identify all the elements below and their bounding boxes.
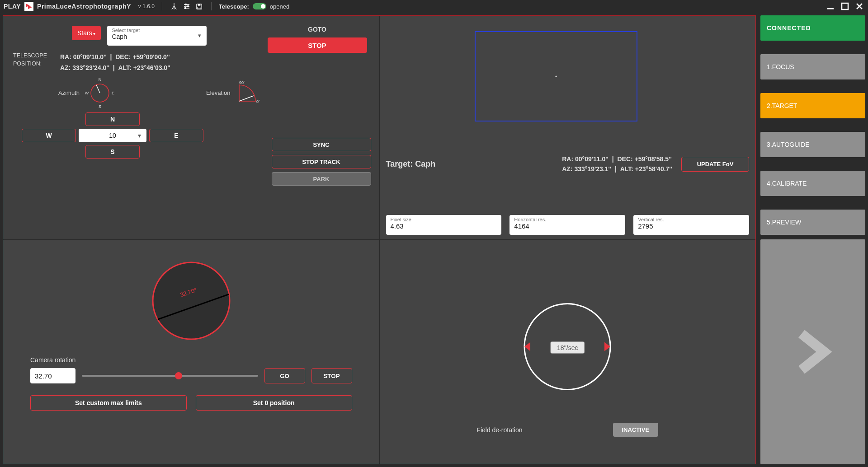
svg-rect-15 xyxy=(198,7,201,9)
select-target-value: Caph xyxy=(112,33,202,40)
derotation-label: Field de-rotation xyxy=(476,426,522,434)
elevation-gauge: Elevation 90° 0° xyxy=(206,79,263,107)
derotation-rate: 18''/sec xyxy=(551,341,585,353)
dir-south-button[interactable]: S xyxy=(85,145,140,159)
sidebar: CONNECTED 1.FOCUS 2.TARGET 3.AUTOGUIDE 4… xyxy=(759,15,865,464)
svg-line-4 xyxy=(172,6,174,9)
app-logo-icon xyxy=(24,2,33,11)
stop-track-button[interactable]: STOP TRACK xyxy=(272,155,371,168)
close-button[interactable] xyxy=(854,1,864,11)
telescope-label: Telescope: xyxy=(219,3,249,10)
rotation-stop-button[interactable]: STOP xyxy=(311,368,352,383)
derotation-toggle-button[interactable]: INACTIVE xyxy=(613,423,659,437)
rotation-slider-thumb[interactable] xyxy=(175,372,182,379)
set-zero-button[interactable]: Set 0 position xyxy=(196,395,352,411)
rotation-input[interactable] xyxy=(30,368,75,383)
svg-line-21 xyxy=(96,85,100,93)
sidebar-item-focus[interactable]: 1.FOCUS xyxy=(760,54,865,79)
svg-point-11 xyxy=(187,6,189,7)
compass-s-label: S xyxy=(99,104,101,109)
tripod-icon[interactable] xyxy=(170,2,179,11)
sidebar-item-preview[interactable]: 5.PREVIEW xyxy=(760,210,865,235)
camera-rotation-label: Camera rotation xyxy=(30,356,352,364)
app-name: PrimaLuceAstrophotographY xyxy=(37,3,131,10)
svg-line-5 xyxy=(174,6,176,9)
sidebar-next-button[interactable] xyxy=(760,239,865,464)
rotation-slider[interactable] xyxy=(82,371,258,380)
sidebar-item-calibrate[interactable]: 4.CALIBRATE xyxy=(760,171,865,196)
separator xyxy=(211,2,212,10)
update-fov-button[interactable]: UPDATE FoV xyxy=(681,157,749,172)
telescope-status: opened xyxy=(270,3,289,10)
target-panel: Target: Caph RA: 00°09'11.0'' | DEC: +59… xyxy=(380,16,756,240)
fov-center-dot xyxy=(555,76,557,77)
camera-rotation-panel: 32.70° Camera rotation GO STOP Set custo… xyxy=(3,240,380,464)
svg-rect-17 xyxy=(842,3,848,9)
select-target-label: Select target xyxy=(112,28,202,33)
sidebar-item-target[interactable]: 2.TARGET xyxy=(760,93,865,118)
svg-point-10 xyxy=(185,4,186,5)
svg-rect-16 xyxy=(827,8,834,9)
sync-button[interactable]: SYNC xyxy=(272,138,371,151)
connected-status[interactable]: CONNECTED xyxy=(760,15,865,41)
park-button[interactable]: PARK xyxy=(272,172,371,186)
rotation-dial: 32.70° xyxy=(148,258,234,344)
save-icon[interactable] xyxy=(195,2,204,11)
app-play: PLAY xyxy=(4,3,21,10)
compass-w-label: W xyxy=(85,91,89,95)
dir-north-button[interactable]: N xyxy=(85,112,140,126)
goto-column: GOTO STOP xyxy=(265,26,369,53)
elev-90-label: 90° xyxy=(239,80,245,85)
target-name: Target: Caph xyxy=(386,159,436,169)
telescope-toggle[interactable] xyxy=(253,3,266,9)
compass-e-label: E xyxy=(112,91,114,95)
main-panel: Stars Select target Caph TELESCOPEPOSITI… xyxy=(3,15,756,464)
telescope-position-panel: Stars Select target Caph TELESCOPEPOSITI… xyxy=(3,16,380,240)
derotation-panel: 18''/sec Field de-rotation INACTIVE xyxy=(380,240,756,464)
chevron-right-icon xyxy=(786,325,840,379)
dir-west-button[interactable]: W xyxy=(22,129,76,142)
rotation-go-button[interactable]: GO xyxy=(264,368,305,383)
separator xyxy=(162,2,162,10)
goto-stop-button[interactable]: STOP xyxy=(268,37,367,53)
vres-input[interactable]: Vertical res. 2795 xyxy=(633,215,749,235)
app-version: v 1.6.0 xyxy=(138,3,155,9)
svg-point-24 xyxy=(153,262,230,339)
set-limits-button[interactable]: Set custom max limits xyxy=(30,395,187,411)
target-coords: RA: 00°09'11.0'' | DEC: +59°08'58.5'' AZ… xyxy=(562,154,672,174)
telescope-position-heading: TELESCOPEPOSITION: xyxy=(13,52,54,68)
dir-east-button[interactable]: E xyxy=(149,129,203,142)
fov-preview xyxy=(475,31,637,121)
minimize-button[interactable] xyxy=(826,1,835,11)
svg-line-22 xyxy=(239,96,254,101)
derot-left-arrow-icon xyxy=(524,342,530,351)
titlebar: PLAY PrimaLuceAstrophotographY v 1.6.0 T… xyxy=(0,0,868,13)
sidebar-item-autoguide[interactable]: 3.AUTOGUIDE xyxy=(760,132,865,157)
stars-dropdown[interactable]: Stars xyxy=(72,26,101,40)
derot-right-arrow-icon xyxy=(604,342,610,351)
svg-point-12 xyxy=(184,8,186,9)
dir-step-select[interactable]: 10 xyxy=(79,129,146,142)
elev-0-label: 0° xyxy=(256,99,260,104)
azimuth-gauge: Azimuth N S E W xyxy=(58,77,116,109)
select-target-dropdown[interactable]: Select target Caph xyxy=(107,26,207,46)
hres-input[interactable]: Horizontal res. 4164 xyxy=(509,215,625,235)
sliders-icon[interactable] xyxy=(182,2,191,11)
goto-label: GOTO xyxy=(265,26,369,33)
compass-n-label: N xyxy=(99,77,102,82)
telescope-coords: RA: 00°09'10.0'' | DEC: +59°09'00.0'' AZ… xyxy=(60,52,170,74)
maximize-button[interactable] xyxy=(840,1,850,11)
svg-rect-14 xyxy=(198,4,201,5)
pixel-size-input[interactable]: Pixel size 4.63 xyxy=(386,215,502,235)
derotation-dial: 18''/sec xyxy=(518,297,617,398)
